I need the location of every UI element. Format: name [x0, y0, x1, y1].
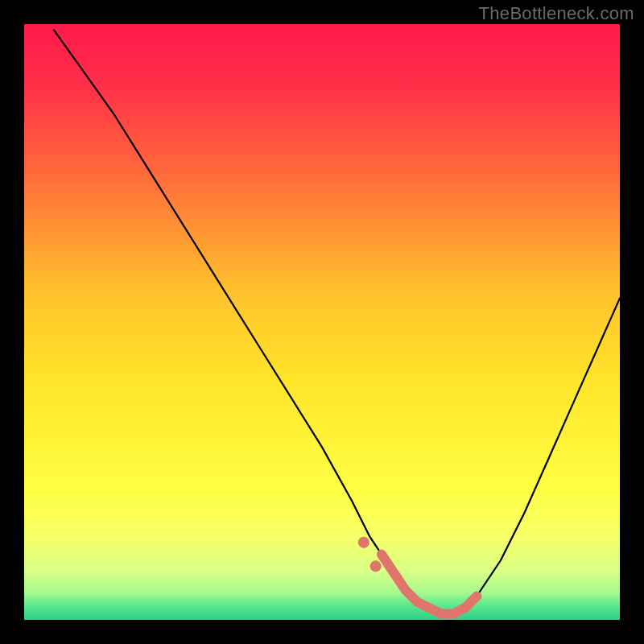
stage: TheBottleneck.com [0, 0, 644, 644]
highlight-dot [370, 560, 382, 572]
watermark-text: TheBottleneck.com [479, 3, 634, 24]
chart-svg [24, 24, 620, 620]
plot-area [24, 24, 620, 620]
highlight-dot [358, 537, 369, 548]
